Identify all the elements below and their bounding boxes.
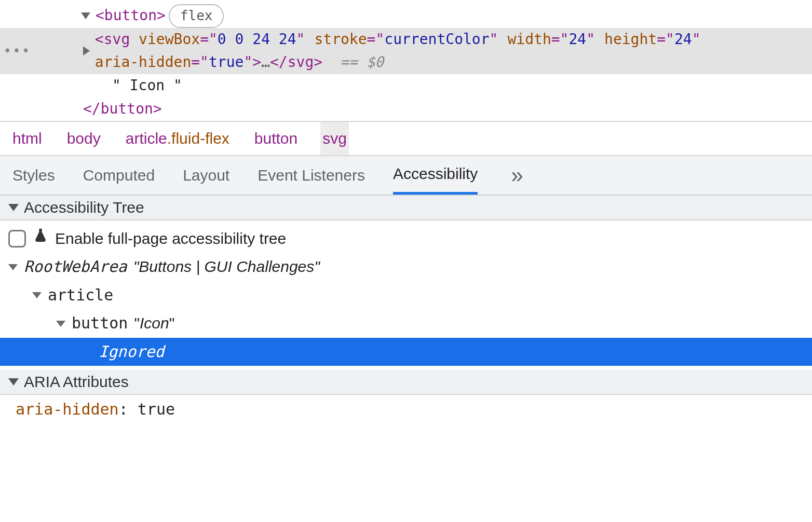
caret-down-icon: [8, 378, 19, 386]
layout-flex-badge[interactable]: flex: [169, 4, 224, 28]
attr-name: viewBox: [139, 31, 200, 48]
tree-node-article[interactable]: article: [0, 281, 812, 310]
crumb-button[interactable]: button: [252, 122, 300, 155]
dom-row-button-close[interactable]: </button>: [0, 98, 812, 121]
caret-down-icon[interactable]: [56, 321, 65, 327]
attr-name: stroke: [314, 31, 367, 48]
caret-down-icon: [8, 204, 19, 211]
tree-role: article: [48, 283, 113, 308]
attr-name: aria-hidden: [95, 53, 191, 71]
text-node: " Icon ": [112, 74, 182, 98]
attr-value: true: [209, 53, 243, 71]
aria-attr-name: aria-hidden: [16, 400, 119, 418]
svg-close-tag: </svg>: [270, 53, 322, 71]
row-actions-ellipsis-icon[interactable]: •••: [6, 40, 28, 62]
tab-event-listeners[interactable]: Event Listeners: [258, 156, 365, 195]
section-aria-attributes-header[interactable]: ARIA Attributes: [0, 370, 812, 395]
tab-styles[interactable]: Styles: [12, 156, 55, 195]
svg-element: <svg viewBox="0 0 24 24" stroke="current…: [95, 28, 812, 75]
caret-down-icon[interactable]: [32, 292, 42, 298]
crumb-svg[interactable]: svg: [320, 122, 349, 155]
tab-computed[interactable]: Computed: [83, 156, 155, 195]
tab-accessibility[interactable]: Accessibility: [393, 156, 478, 195]
caret-right-icon[interactable]: [83, 46, 90, 56]
attr-value: 0 0 24 24: [218, 31, 296, 48]
tab-layout[interactable]: Layout: [183, 156, 229, 195]
section-title: Accessibility Tree: [24, 199, 144, 216]
tree-role: RootWebArea: [24, 255, 127, 279]
attr-value: 24: [674, 31, 692, 48]
console-ref-indicator: == $0: [340, 53, 384, 71]
tree-ignored-label: Ignored: [99, 340, 164, 364]
attr-name: height: [604, 31, 657, 48]
attr-name: width: [507, 31, 551, 48]
enable-full-page-tree-row[interactable]: Enable full-page accessibility tree: [0, 225, 812, 253]
dom-elements-panel: <button> flex ••• <svg viewBox="0 0 24 2…: [0, 0, 812, 121]
dom-row-svg-selected[interactable]: ••• <svg viewBox="0 0 24 24" stroke="cur…: [0, 28, 812, 75]
sidebar-panel-tabs: Styles Computed Layout Event Listeners A…: [0, 156, 812, 196]
accessibility-tree-body: Enable full-page accessibility tree Root…: [0, 221, 812, 370]
enable-full-page-tree-checkbox[interactable]: [8, 230, 26, 248]
svg-tag-name: svg: [104, 31, 130, 48]
tree-node-button[interactable]: button "Icon": [0, 309, 812, 338]
attr-value: 24: [569, 31, 586, 48]
crumb-body[interactable]: body: [65, 122, 103, 155]
tag-open: <button>: [96, 7, 166, 24]
aria-attribute-row: aria-hidden: true: [0, 395, 812, 423]
crumb-article[interactable]: article.fluid-flex: [124, 122, 232, 155]
tree-role: button: [72, 311, 128, 336]
tree-node-root[interactable]: RootWebArea "Buttons | GUI Challenges": [0, 253, 812, 281]
crumb-html[interactable]: html: [10, 122, 44, 155]
button-close-tag: </button>: [83, 98, 162, 121]
tree-node-ignored-selected[interactable]: Ignored: [0, 338, 812, 366]
section-title: ARIA Attributes: [24, 373, 129, 391]
more-tabs-icon[interactable]: »: [511, 163, 519, 188]
caret-down-icon[interactable]: [81, 12, 90, 19]
section-accessibility-tree-header[interactable]: Accessibility Tree: [0, 196, 812, 221]
experiment-flask-icon: [32, 227, 49, 251]
dom-row-text-node[interactable]: " Icon ": [0, 74, 812, 98]
collapsed-ellipsis[interactable]: …: [261, 53, 270, 71]
enable-full-page-tree-label: Enable full-page accessibility tree: [55, 227, 286, 251]
breadcrumb: html body article.fluid-flex button svg: [0, 121, 812, 156]
attr-value: currentColor: [384, 31, 489, 48]
caret-down-icon[interactable]: [8, 264, 18, 270]
dom-row-button-open[interactable]: <button> flex: [0, 4, 812, 28]
aria-attr-value: true: [138, 400, 175, 418]
tree-name: "Buttons | GUI Challenges": [133, 258, 320, 275]
